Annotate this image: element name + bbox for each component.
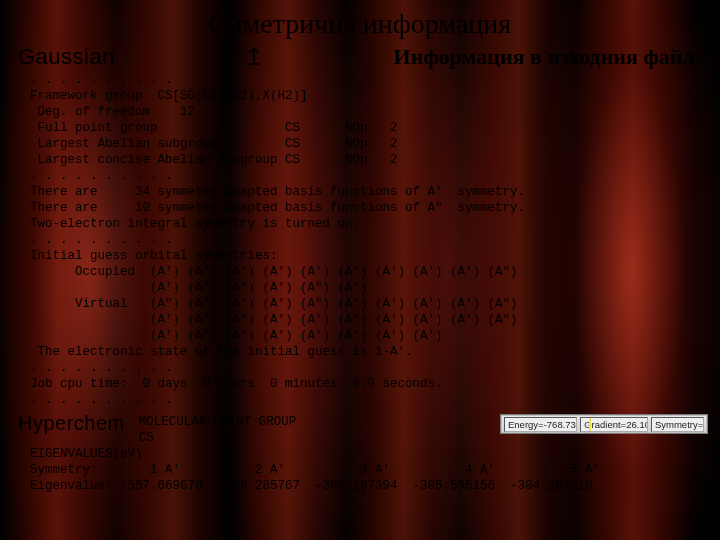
header-row: Gaussian ↥ Информация в изходния файл: — [18, 44, 702, 70]
hyperchem-output-block: EIGENVALUES(eV) Symmetry: 1 A' 2 A' 3 A'… — [18, 446, 702, 494]
hyperchem-heading: Hyperchem — [18, 412, 125, 435]
hyperchem-row: Hyperchem MOLECULAR POINT GROUP CS Energ… — [18, 410, 702, 446]
hyperchem-status-bar: Energy=-768.734223 Gradient=26.10933 Sym… — [500, 414, 708, 434]
gaussian-output-block: . . . . . . . . . . Framework group CS[S… — [18, 72, 702, 408]
gaussian-heading: Gaussian — [18, 44, 115, 70]
slide-title: Симетрична информация — [18, 8, 702, 40]
up-arrow-icon: ↥ — [244, 45, 264, 69]
subtitle-text: Информация в изходния файл: — [394, 44, 702, 70]
status-symmetry: Symmetry=CS — [651, 417, 704, 432]
status-gradient: Gradient=26.10933 — [580, 417, 648, 432]
status-energy: Energy=-768.734223 — [504, 417, 577, 432]
molecular-point-group: MOLECULAR POINT GROUP CS — [139, 414, 297, 446]
status-gradient-text: Gradient=26.10933 — [584, 419, 648, 430]
